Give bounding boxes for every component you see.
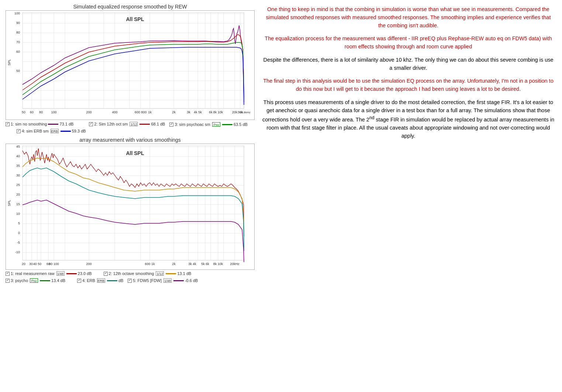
- right-panel: One thing to keep in mind is that the co…: [258, 0, 562, 392]
- legend-checkbox-1[interactable]: [6, 122, 10, 126]
- bottom-legend-label-1: 1: real measuremen raw: [11, 271, 55, 276]
- bottom-legend-item-1: 1: real measuremen raw 1/48 23.0 dB: [6, 271, 92, 276]
- svg-text:2k: 2k: [172, 262, 176, 266]
- bottom-legend-item-5: 5: FDW5 [FDW] 1/48 -0.6 dB: [128, 278, 198, 283]
- svg-text:1k: 1k: [148, 110, 152, 114]
- bottom-legend-checkbox-2[interactable]: [104, 272, 108, 276]
- svg-text:All SPL: All SPL: [126, 16, 144, 22]
- svg-text:200: 200: [86, 110, 92, 114]
- bottom-legend-label-2: 2: 12th octave smoothing: [109, 271, 154, 276]
- svg-text:2k: 2k: [172, 110, 176, 114]
- legend-line-3: [222, 124, 232, 125]
- legend-item-1: 1: sim no smoothing 73.1 dB: [6, 122, 73, 126]
- bottom-legend-checkbox-5[interactable]: [128, 279, 132, 283]
- bottom-legend-label-5: 5: FDW5 [FDW]: [133, 278, 162, 283]
- bottom-legend-item-3: 3: psycho Psy 13.4 dB: [6, 278, 65, 283]
- legend-item-3: 3: sim psychoac sm Psy 63.5 dB: [169, 122, 248, 127]
- svg-text:100: 100: [14, 11, 20, 15]
- bottom-legend-box-5: 1/48: [163, 278, 172, 283]
- svg-text:70: 70: [16, 40, 20, 44]
- legend-box-2: 1/12: [130, 122, 138, 126]
- bottom-legend-checkbox-1[interactable]: [6, 272, 10, 276]
- svg-text:40: 40: [16, 154, 20, 158]
- svg-text:80: 80: [39, 110, 43, 114]
- bottom-legend-line-4: [107, 280, 117, 281]
- svg-text:80 100: 80 100: [49, 262, 59, 266]
- paragraph-3: Despite the differences, there is a lot …: [262, 56, 555, 72]
- svg-text:20k: 20k: [232, 110, 238, 114]
- legend-label-3: 3: sim psychoac sm: [175, 122, 210, 127]
- legend-checkbox-4[interactable]: [17, 129, 21, 133]
- bottom-legend-value-4: dB: [118, 278, 123, 283]
- svg-text:4k 5k: 4k 5k: [194, 110, 202, 114]
- legend-value-4: 59.3 dB: [72, 129, 86, 133]
- bottom-chart-container: array measurement with various smoothing…: [6, 137, 255, 283]
- bottom-legend-checkbox-4[interactable]: [77, 279, 81, 283]
- svg-text:600 800: 600 800: [135, 110, 147, 114]
- svg-text:100: 100: [51, 110, 56, 114]
- paragraph-5: This process uses measurements of a sing…: [262, 99, 555, 140]
- bottom-chart-title: array measurement with various smoothing…: [6, 137, 255, 143]
- svg-text:60: 60: [16, 50, 20, 54]
- legend-line-2: [139, 124, 150, 125]
- svg-text:3k: 3k: [187, 110, 190, 114]
- bottom-legend-checkbox-3[interactable]: [6, 279, 10, 283]
- bottom-legend-item-2: 2: 12th octave smoothing 1/12 13.1 dB: [104, 271, 192, 276]
- svg-text:-5: -5: [17, 241, 20, 244]
- svg-text:50: 50: [16, 69, 20, 73]
- superscript-nd: nd: [369, 115, 374, 120]
- bottom-legend-line-1: [66, 273, 77, 274]
- legend-label-4: 4: sim ERB sm: [22, 129, 49, 133]
- svg-text:40 50: 40 50: [33, 262, 42, 266]
- legend-box-4: ERB: [51, 129, 59, 133]
- bottom-legend-value-5: -0.6 dB: [185, 278, 198, 283]
- bottom-legend-line-5: [173, 280, 184, 281]
- svg-text:50: 50: [22, 110, 25, 114]
- svg-text:200: 200: [86, 262, 92, 266]
- bottom-legend-box-4: ERB: [97, 278, 105, 283]
- legend-checkbox-3[interactable]: [169, 123, 173, 127]
- svg-text:5: 5: [18, 221, 20, 225]
- bottom-legend-box-1: 1/48: [56, 271, 65, 276]
- paragraph-4: The final step in this analysis would be…: [262, 77, 555, 93]
- legend-value-1: 73.1 dB: [59, 122, 73, 126]
- svg-text:90: 90: [16, 21, 20, 25]
- svg-text:600 1k: 600 1k: [145, 262, 155, 266]
- top-chart-legend: 1: sim no smoothing 73.1 dB 2: Sim 12th …: [6, 121, 255, 133]
- top-chart-container: Simulated equalized response smoothed by…: [6, 4, 255, 133]
- left-panel: Simulated equalized response smoothed by…: [0, 0, 258, 392]
- svg-text:60: 60: [30, 110, 34, 114]
- svg-text:30: 30: [29, 262, 33, 266]
- svg-text:8k 10k: 8k 10k: [213, 262, 223, 266]
- bottom-legend-box-3: Psy: [30, 278, 38, 283]
- svg-text:20: 20: [16, 193, 20, 196]
- svg-text:6k: 6k: [209, 110, 213, 114]
- legend-box-3: Psy: [212, 122, 220, 127]
- paragraph-1: One thing to keep in mind is that the co…: [262, 6, 555, 30]
- bottom-legend-value-1: 23.0 dB: [78, 271, 92, 276]
- top-chart-svg: 100 90 80 70 60 50 SPL: [6, 11, 253, 120]
- bottom-chart-legend: 1: real measuremen raw 1/48 23.0 dB 2: 1…: [6, 271, 255, 283]
- legend-checkbox-2[interactable]: [89, 122, 93, 126]
- legend-item-2: 2: Sim 12th oct sm 1/12 68.1 dB: [89, 122, 165, 126]
- svg-text:35: 35: [16, 164, 20, 168]
- svg-text:25: 25: [16, 183, 20, 187]
- bottom-legend-box-2: 1/12: [156, 271, 164, 276]
- svg-text:All SPL: All SPL: [126, 150, 144, 156]
- legend-line-1: [48, 124, 58, 125]
- legend-value-2: 68.1 dB: [151, 122, 165, 126]
- top-chart-area: 100 90 80 70 60 50 SPL: [6, 10, 255, 120]
- svg-text:-10: -10: [15, 250, 20, 254]
- bottom-legend-value-2: 13.1 dB: [177, 271, 191, 276]
- svg-text:45: 45: [16, 145, 20, 148]
- legend-label-2: 2: Sim 12th oct sm: [94, 122, 128, 126]
- svg-text:80: 80: [16, 31, 20, 34]
- svg-text:400: 400: [112, 110, 117, 114]
- bottom-legend-line-2: [166, 273, 176, 274]
- top-chart-title: Simulated equalized response smoothed by…: [6, 4, 255, 10]
- svg-text:0: 0: [18, 231, 20, 235]
- svg-text:20: 20: [22, 262, 25, 266]
- legend-item-4: 4: sim ERB sm ERB 59.3 dB: [17, 129, 86, 133]
- bottom-legend-label-3: 3: psycho: [11, 278, 28, 283]
- bottom-chart-svg: 45 40 35 30 25 20 15 10 5 0 -5 -10 SPL: [6, 144, 253, 269]
